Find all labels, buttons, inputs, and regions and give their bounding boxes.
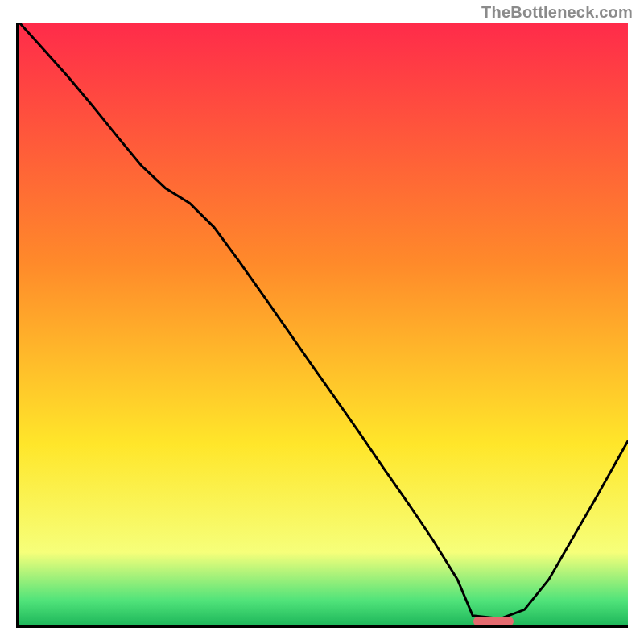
plot-area <box>16 23 628 628</box>
x-axis-line <box>16 625 628 628</box>
watermark-text: TheBottleneck.com <box>481 3 633 22</box>
chart-frame: TheBottleneck.com <box>0 0 644 644</box>
bottleneck-curve-line <box>19 23 628 625</box>
